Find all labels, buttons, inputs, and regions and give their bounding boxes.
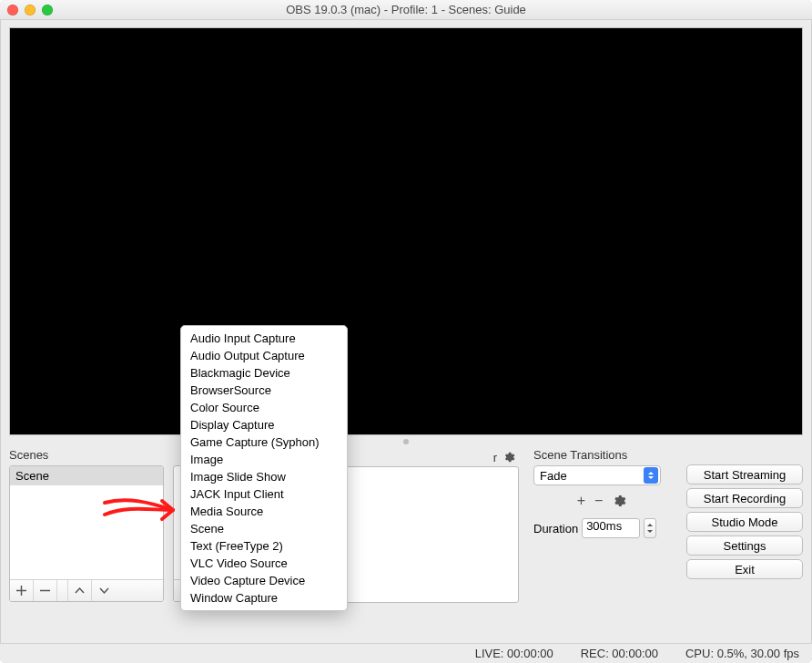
menu-item-display-capture[interactable]: Display Capture — [181, 416, 347, 434]
scene-item[interactable]: Scene — [10, 466, 163, 485]
menu-item-audio-output-capture[interactable]: Audio Output Capture — [181, 347, 347, 364]
titlebar[interactable]: OBS 19.0.3 (mac) - Profile: 1 - Scenes: … — [0, 0, 812, 20]
start-streaming-button[interactable]: Start Streaming — [686, 464, 803, 484]
add-transition-button[interactable]: + — [577, 493, 585, 509]
menu-item-browsersource[interactable]: BrowserSource — [181, 382, 347, 399]
duration-label: Duration — [533, 522, 578, 536]
mixer-label-suffix: r — [493, 451, 497, 464]
add-source-menu[interactable]: Audio Input Capture Audio Output Capture… — [180, 325, 348, 611]
minus-icon — [39, 585, 51, 597]
gear-icon[interactable] — [502, 451, 515, 464]
menu-item-image-slide-show[interactable]: Image Slide Show — [181, 468, 347, 485]
plus-icon — [15, 585, 27, 597]
window-controls — [7, 5, 53, 15]
app-window: OBS 19.0.3 (mac) - Profile: 1 - Scenes: … — [0, 0, 812, 663]
maximize-icon[interactable] — [42, 5, 53, 15]
menu-item-video-capture-device[interactable]: Video Capture Device — [181, 572, 347, 589]
menu-item-window-capture[interactable]: Window Capture — [181, 589, 347, 607]
scene-down-button[interactable] — [92, 580, 116, 602]
start-recording-button[interactable]: Start Recording — [686, 488, 803, 508]
remove-scene-button[interactable] — [34, 580, 57, 602]
menu-item-vlc-video-source[interactable]: VLC Video Source — [181, 555, 347, 572]
chevron-down-icon — [98, 585, 110, 597]
scene-up-button[interactable] — [68, 580, 92, 602]
settings-button[interactable]: Settings — [686, 536, 803, 556]
status-live: LIVE: 00:00:00 — [475, 647, 553, 660]
preview-area — [0, 20, 812, 448]
mixer-panel: r — [337, 448, 519, 603]
select-arrows-icon — [644, 467, 658, 484]
minimize-icon[interactable] — [25, 5, 36, 15]
close-icon[interactable] — [7, 5, 18, 15]
duration-stepper[interactable] — [644, 518, 656, 538]
status-bar: LIVE: 00:00:00 REC: 00:00:00 CPU: 0.5%, … — [0, 643, 812, 663]
remove-transition-button[interactable]: − — [594, 493, 603, 509]
menu-item-jack-input-client[interactable]: JACK Input Client — [181, 485, 347, 503]
transition-select[interactable]: Fade — [533, 465, 661, 485]
scenes-toolbar — [10, 579, 163, 601]
preview-canvas[interactable] — [9, 27, 803, 435]
transitions-panel: Scene Transitions Fade + − Duration 300m… — [533, 448, 670, 538]
status-rec: REC: 00:00:00 — [581, 647, 658, 660]
menu-item-text-freetype-2[interactable]: Text (FreeType 2) — [181, 537, 347, 555]
scenes-label: Scenes — [9, 448, 164, 462]
menu-item-audio-input-capture[interactable]: Audio Input Capture — [181, 330, 347, 347]
menu-item-blackmagic-device[interactable]: Blackmagic Device — [181, 364, 347, 382]
exit-button[interactable]: Exit — [686, 559, 803, 579]
mixer-list[interactable] — [337, 466, 519, 603]
preview-indicator — [403, 439, 409, 444]
scenes-panel: Scenes Scene — [9, 448, 164, 602]
menu-item-image[interactable]: Image — [181, 451, 347, 468]
duration-row: Duration 300ms — [533, 518, 670, 538]
transition-buttons: + − — [533, 493, 670, 509]
gear-icon[interactable] — [612, 494, 626, 508]
lower-panels: Scenes Scene — [0, 448, 812, 643]
menu-item-scene[interactable]: Scene — [181, 520, 347, 537]
studio-mode-button[interactable]: Studio Mode — [686, 512, 803, 532]
chevron-up-icon — [74, 585, 86, 597]
add-scene-button[interactable] — [10, 580, 34, 602]
menu-item-game-capture-syphon[interactable]: Game Capture (Syphon) — [181, 434, 347, 451]
toolbar-divider — [57, 580, 68, 602]
transitions-label: Scene Transitions — [533, 448, 670, 462]
status-cpu: CPU: 0.5%, 30.00 fps — [685, 647, 799, 660]
menu-item-color-source[interactable]: Color Source — [181, 399, 347, 416]
window-title: OBS 19.0.3 (mac) - Profile: 1 - Scenes: … — [286, 3, 526, 16]
menu-item-media-source[interactable]: Media Source — [181, 503, 347, 520]
duration-input[interactable]: 300ms — [582, 518, 640, 538]
control-buttons: Start Streaming Start Recording Studio M… — [686, 464, 803, 579]
transition-select-value: Fade — [540, 469, 567, 483]
scenes-list[interactable]: Scene — [9, 465, 164, 602]
